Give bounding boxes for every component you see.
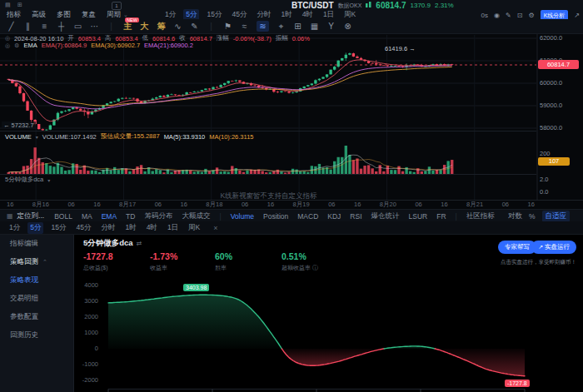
scale-control[interactable]: % bbox=[529, 212, 536, 221]
remove-drawings-icon[interactable]: ⊗ bbox=[343, 22, 352, 31]
candlestick-chart[interactable] bbox=[0, 33, 583, 209]
sidebar-backtest-history[interactable]: 回测历史 bbox=[0, 325, 73, 344]
layout-icon[interactable]: ▤ bbox=[5, 2, 11, 8]
camera-icon[interactable]: ◉ bbox=[494, 12, 500, 19]
scale-control[interactable]: 对数 bbox=[508, 211, 522, 221]
price-axis-label: 58000.0 bbox=[540, 124, 562, 131]
ema21-value: EMA(21):60900.2 bbox=[144, 42, 193, 49]
time-axis-tick: 8月18 bbox=[206, 201, 222, 209]
indicator-tab[interactable]: EMA bbox=[102, 212, 117, 221]
panel-timeframe-button[interactable]: 4时 bbox=[144, 222, 160, 234]
timer-button[interactable]: 0s bbox=[481, 12, 488, 19]
grid-icon[interactable]: ▦ bbox=[7, 212, 13, 220]
brush-icon[interactable]: ≈ bbox=[240, 22, 249, 31]
indicator-tab[interactable]: TD bbox=[126, 212, 135, 221]
equity-axis-label: 4000 bbox=[84, 281, 98, 289]
panel-timeframe-button[interactable]: 5分 bbox=[27, 222, 43, 234]
change-label: 涨幅 bbox=[217, 34, 229, 42]
volume-value: VOLUME:107.1492 bbox=[42, 133, 97, 141]
window-icon[interactable]: ⊞ bbox=[17, 2, 22, 8]
rectangle-tool-icon[interactable]: ▭ bbox=[73, 22, 82, 31]
tab-community-indicators[interactable]: 社区指标 bbox=[466, 211, 495, 221]
indicator-tab[interactable]: MACD bbox=[297, 212, 318, 221]
indicator-tab[interactable]: FR bbox=[436, 212, 446, 221]
trend-line-icon[interactable]: ╱ bbox=[7, 22, 16, 31]
settings-icon[interactable]: ⚙ bbox=[14, 42, 19, 49]
more-drawings-icon[interactable]: ⋯ bbox=[90, 22, 99, 31]
panel-timeframe-button[interactable]: 15分 bbox=[48, 222, 68, 234]
flag-icon[interactable]: ⚑ bbox=[223, 22, 232, 31]
indicator-tab[interactable]: 大额成交 bbox=[182, 211, 210, 221]
indicator-tab[interactable]: 筹码分布 bbox=[144, 211, 172, 221]
tab-count-badge: 1 bbox=[112, 2, 122, 10]
data-source-label: 数据OKX bbox=[338, 2, 362, 10]
sidebar-strategy-backtest[interactable]: 策略回测 bbox=[0, 252, 73, 270]
indicator-tab[interactable]: KDJ bbox=[327, 212, 341, 221]
time-axis-tick: 06 bbox=[67, 201, 74, 208]
time-axis-tick: 16 bbox=[528, 201, 535, 208]
high-price-marker: 61419.6 → bbox=[385, 45, 416, 52]
indicator-tab[interactable]: BOLL bbox=[54, 212, 72, 221]
eye-icon[interactable]: ◎ bbox=[5, 35, 10, 42]
price-axis-label: 59000.0 bbox=[540, 102, 562, 109]
stat-value: 0.51% bbox=[282, 251, 318, 261]
strategy-panel: 指标编辑策略回测策略表现交易明细参数配置回测历史 5分钟做多dca ⇄ -172… bbox=[0, 234, 583, 392]
last-price-badge: 60814.7 bbox=[538, 60, 579, 69]
measure-icon[interactable]: ⌖ bbox=[277, 22, 286, 32]
amplitude-value: 0.06% bbox=[292, 35, 310, 42]
zoom-area-icon[interactable]: ⊞ bbox=[293, 22, 302, 31]
indicator-tabs: BOLLMAEMATD筹码分布大额成交|VolumePositionMACDKD… bbox=[54, 211, 504, 221]
filter-icon[interactable]: Y bbox=[326, 22, 336, 31]
gear-icon[interactable]: ⚙ bbox=[528, 12, 534, 19]
price-change-pct: 2.31% bbox=[435, 2, 454, 9]
horizontal-line-icon[interactable]: ≡ bbox=[40, 22, 49, 31]
equity-peak-badge: 3403.98 bbox=[183, 284, 209, 291]
info-icon[interactable]: ⓘ bbox=[312, 265, 318, 270]
panel-timeframe-button[interactable]: 45分 bbox=[73, 222, 93, 234]
sidebar-indicator-edit[interactable]: 指标编辑 bbox=[0, 234, 73, 252]
parallel-channel-icon[interactable]: ∥ bbox=[23, 22, 32, 31]
live-run-button[interactable]: ↗实盘运行 bbox=[531, 241, 576, 254]
chevron-down-icon[interactable]: ▾ bbox=[47, 177, 50, 183]
indicator-tab[interactable]: Volume bbox=[231, 212, 254, 221]
wave-tool-icon[interactable]: ∿ bbox=[173, 22, 182, 31]
grid-tool-icon[interactable]: ▦ bbox=[310, 22, 319, 31]
ema30-value: EMA(30):60902.7 bbox=[91, 42, 140, 49]
indicator-tab[interactable]: RSI bbox=[350, 212, 361, 221]
locate-label[interactable]: 定位到... bbox=[17, 211, 45, 221]
chip-distribution-tool[interactable]: 筹 bbox=[157, 21, 166, 32]
continuous-drawing-icon[interactable]: ≋ bbox=[257, 21, 269, 32]
indicator-tab[interactable]: LSUR bbox=[409, 212, 428, 221]
sidebar-parameter-config[interactable]: 参数配置 bbox=[0, 307, 73, 325]
visibility-icon[interactable]: ◎ bbox=[5, 42, 10, 49]
toolbar-separator: | bbox=[107, 22, 116, 31]
close-panel-icon[interactable]: × bbox=[211, 223, 220, 233]
panel-timeframe-button[interactable]: 周K bbox=[186, 222, 202, 234]
toolbar-separator: | bbox=[207, 22, 216, 31]
run-caption: 点击实盘运行，享受即刻赚币！ bbox=[501, 259, 576, 266]
indicator-tab[interactable]: Position bbox=[263, 212, 288, 221]
large-order-tool[interactable]: 大 bbox=[140, 21, 149, 32]
annotate-icon[interactable]: ✎ bbox=[190, 22, 199, 31]
chevron-down-icon[interactable]: ▾ bbox=[36, 134, 38, 140]
equity-axis: 40003000200010000-1000-2000 bbox=[73, 234, 103, 392]
fullscreen-icon[interactable]: ⊡ bbox=[517, 12, 523, 19]
swap-icon[interactable]: ⇄ bbox=[137, 240, 142, 247]
indicator-tab[interactable]: MA bbox=[82, 212, 92, 221]
expert-write-button[interactable]: 专家帮写 bbox=[498, 241, 536, 254]
time-axis-tick: 06 bbox=[328, 201, 335, 208]
panel-timeframe-button[interactable]: 1分 bbox=[7, 222, 22, 234]
indicator-tab[interactable]: 爆仓统计 bbox=[371, 211, 400, 221]
scale-control[interactable]: 自适应 bbox=[542, 211, 571, 222]
candle-icon bbox=[366, 2, 371, 9]
share-icon[interactable]: ↗ bbox=[574, 12, 580, 19]
panel-timeframe-button[interactable]: 1日 bbox=[165, 222, 181, 234]
cross-line-icon[interactable]: ┼ bbox=[57, 22, 66, 31]
scale-controls: 对数%自适应 bbox=[508, 211, 576, 222]
panel-timeframe-button[interactable]: 分时 bbox=[98, 222, 117, 234]
sidebar-strategy-performance[interactable]: 策略表现 bbox=[0, 270, 73, 289]
panel-timeframe-button[interactable]: 1时 bbox=[122, 222, 138, 234]
equity-curve-chart[interactable] bbox=[73, 275, 583, 392]
edit-icon[interactable]: ✎ bbox=[506, 12, 511, 19]
sidebar-trade-details[interactable]: 交易明细 bbox=[0, 289, 73, 307]
